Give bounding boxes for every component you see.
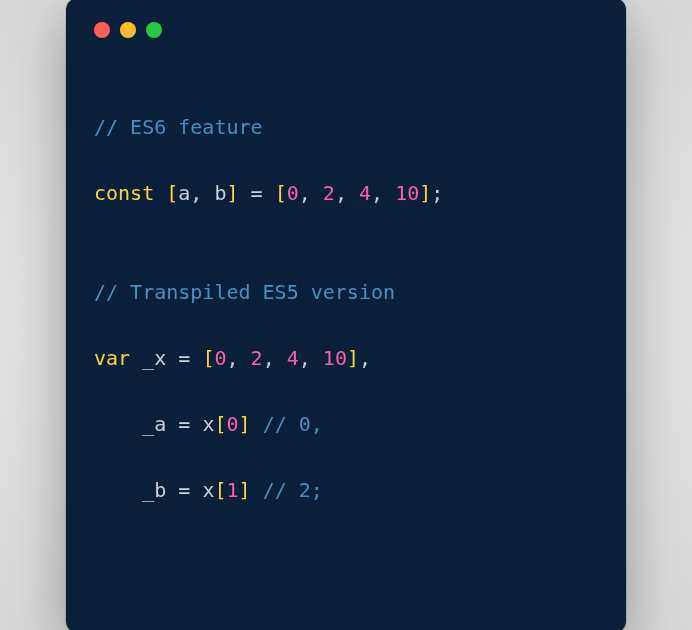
bracket: [ [154,181,178,205]
bracket: ] [227,181,239,205]
maximize-icon[interactable] [146,22,162,38]
code-line: var _x = [0, 2, 4, 10], [94,342,598,375]
bracket: [ [275,181,287,205]
bracket: [ [202,346,214,370]
number: 10 [323,346,347,370]
punct [130,346,142,370]
indent [94,478,142,502]
identifier: x [202,478,214,502]
number: 2 [323,181,335,205]
punct: = [166,412,202,436]
punct: , [371,181,395,205]
number: 4 [287,346,299,370]
punct: , [190,181,214,205]
punct: = [166,346,202,370]
bracket: ] [239,412,251,436]
number: 4 [359,181,371,205]
identifier: _a [142,412,166,436]
identifier: _b [142,478,166,502]
punct: = [166,478,202,502]
identifier: b [214,181,226,205]
keyword-var: var [94,346,130,370]
bracket: [ [214,478,226,502]
bracket: ] [347,346,359,370]
bracket: ] [239,478,251,502]
code-line: // Transpiled ES5 version [94,276,598,309]
indent [94,412,142,436]
punct: , [299,346,323,370]
number: 1 [226,478,238,502]
punct: , [226,346,250,370]
punct: = [239,181,275,205]
number: 0 [287,181,299,205]
minimize-icon[interactable] [120,22,136,38]
number: 0 [226,412,238,436]
close-icon[interactable] [94,22,110,38]
number: 0 [214,346,226,370]
code-line: // ES6 feature [94,111,598,144]
punct: , [359,346,371,370]
punct: , [335,181,359,205]
identifier: x [202,412,214,436]
identifier: _x [142,346,166,370]
code-block: // ES6 feature const [a, b] = [0, 2, 4, … [94,78,598,573]
code-line: _a = x[0] // 0, [94,408,598,441]
code-window: // ES6 feature const [a, b] = [0, 2, 4, … [66,0,626,630]
number: 10 [395,181,419,205]
comment: // 0, [263,412,323,436]
punct [251,478,263,502]
punct: ; [431,181,443,205]
number: 2 [251,346,263,370]
punct [251,412,263,436]
keyword-const: const [94,181,154,205]
punct: , [263,346,287,370]
bracket: [ [214,412,226,436]
punct: , [299,181,323,205]
window-titlebar [94,22,598,38]
identifier: a [178,181,190,205]
comment: // ES6 feature [94,115,263,139]
bracket: ] [419,181,431,205]
code-line: const [a, b] = [0, 2, 4, 10]; [94,177,598,210]
comment: // 2; [263,478,323,502]
comment: // Transpiled ES5 version [94,280,395,304]
code-line: _b = x[1] // 2; [94,474,598,507]
